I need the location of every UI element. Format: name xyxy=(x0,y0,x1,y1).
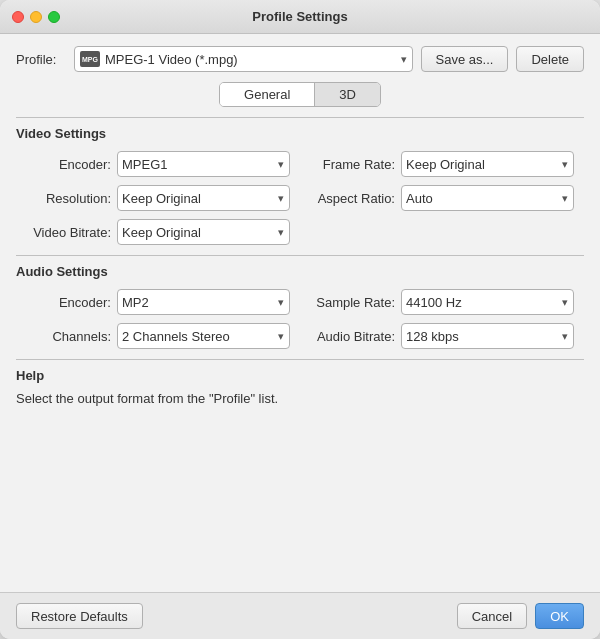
window-title: Profile Settings xyxy=(252,9,347,24)
encoder-select-wrapper: MPEG1 xyxy=(117,151,290,177)
tab-3d[interactable]: 3D xyxy=(315,83,380,106)
channels-select[interactable]: 2 Channels Stereo xyxy=(117,323,290,349)
maximize-button[interactable] xyxy=(48,11,60,23)
profile-select-container: MPG MPEG-1 Video (*.mpg) xyxy=(74,46,413,72)
aspect-ratio-row: Aspect Ratio: Auto xyxy=(310,185,574,211)
ok-button[interactable]: OK xyxy=(535,603,584,629)
encoder-label: Encoder: xyxy=(26,157,111,172)
profile-select[interactable]: MPEG-1 Video (*.mpg) xyxy=(74,46,413,72)
audio-bitrate-label: Audio Bitrate: xyxy=(310,329,395,344)
resolution-select[interactable]: Keep Original xyxy=(117,185,290,211)
resolution-row: Resolution: Keep Original xyxy=(26,185,290,211)
sample-rate-select-wrapper: 44100 Hz xyxy=(401,289,574,315)
audio-bitrate-row: Audio Bitrate: 128 kbps xyxy=(310,323,574,349)
frame-rate-label: Frame Rate: xyxy=(310,157,395,172)
bottom-bar: Restore Defaults Cancel OK xyxy=(0,592,600,639)
sample-rate-select[interactable]: 44100 Hz xyxy=(401,289,574,315)
audio-bitrate-select[interactable]: 128 kbps xyxy=(401,323,574,349)
tabs-row: General 3D xyxy=(16,82,584,107)
video-settings-section: Video Settings Encoder: MPEG1 Frame Rate… xyxy=(16,117,584,245)
resolution-label: Resolution: xyxy=(26,191,111,206)
delete-button[interactable]: Delete xyxy=(516,46,584,72)
tabs-container: General 3D xyxy=(219,82,381,107)
frame-rate-select-wrapper: Keep Original xyxy=(401,151,574,177)
traffic-lights xyxy=(12,11,60,23)
sample-rate-label: Sample Rate: xyxy=(310,295,395,310)
aspect-ratio-select[interactable]: Auto xyxy=(401,185,574,211)
minimize-button[interactable] xyxy=(30,11,42,23)
audio-encoder-row: Encoder: MP2 xyxy=(26,289,290,315)
aspect-ratio-select-wrapper: Auto xyxy=(401,185,574,211)
audio-settings-title: Audio Settings xyxy=(16,264,584,279)
profile-settings-window: Profile Settings Profile: MPG MPEG-1 Vid… xyxy=(0,0,600,639)
profile-icon: MPG xyxy=(80,51,100,67)
restore-defaults-button[interactable]: Restore Defaults xyxy=(16,603,143,629)
cancel-button[interactable]: Cancel xyxy=(457,603,527,629)
audio-settings-grid: Encoder: MP2 Sample Rate: 44100 Hz xyxy=(16,289,584,349)
frame-rate-row: Frame Rate: Keep Original xyxy=(310,151,574,177)
audio-bitrate-select-wrapper: 128 kbps xyxy=(401,323,574,349)
video-bitrate-select[interactable]: Keep Original xyxy=(117,219,290,245)
help-section: Help Select the output format from the "… xyxy=(16,359,584,409)
sample-rate-row: Sample Rate: 44100 Hz xyxy=(310,289,574,315)
bottom-right-buttons: Cancel OK xyxy=(457,603,584,629)
channels-row: Channels: 2 Channels Stereo xyxy=(26,323,290,349)
audio-settings-section: Audio Settings Encoder: MP2 Sample Rate: xyxy=(16,255,584,349)
audio-encoder-select-wrapper: MP2 xyxy=(117,289,290,315)
save-as-button[interactable]: Save as... xyxy=(421,46,509,72)
encoder-row: Encoder: MPEG1 xyxy=(26,151,290,177)
channels-select-wrapper: 2 Channels Stereo xyxy=(117,323,290,349)
titlebar: Profile Settings xyxy=(0,0,600,34)
encoder-select[interactable]: MPEG1 xyxy=(117,151,290,177)
help-title: Help xyxy=(16,368,584,383)
aspect-ratio-label: Aspect Ratio: xyxy=(310,191,395,206)
profile-label: Profile: xyxy=(16,52,66,67)
help-text: Select the output format from the "Profi… xyxy=(16,389,584,409)
video-bitrate-row: Video Bitrate: Keep Original xyxy=(26,219,290,245)
video-settings-grid: Encoder: MPEG1 Frame Rate: Keep Original xyxy=(16,151,584,245)
video-bitrate-select-wrapper: Keep Original xyxy=(117,219,290,245)
audio-encoder-select[interactable]: MP2 xyxy=(117,289,290,315)
close-button[interactable] xyxy=(12,11,24,23)
tab-general[interactable]: General xyxy=(220,83,315,106)
video-bitrate-label: Video Bitrate: xyxy=(26,225,111,240)
video-settings-title: Video Settings xyxy=(16,126,584,141)
channels-label: Channels: xyxy=(26,329,111,344)
frame-rate-select[interactable]: Keep Original xyxy=(401,151,574,177)
main-content: Profile: MPG MPEG-1 Video (*.mpg) Save a… xyxy=(0,34,600,592)
audio-encoder-label: Encoder: xyxy=(26,295,111,310)
resolution-select-wrapper: Keep Original xyxy=(117,185,290,211)
profile-row: Profile: MPG MPEG-1 Video (*.mpg) Save a… xyxy=(16,46,584,72)
